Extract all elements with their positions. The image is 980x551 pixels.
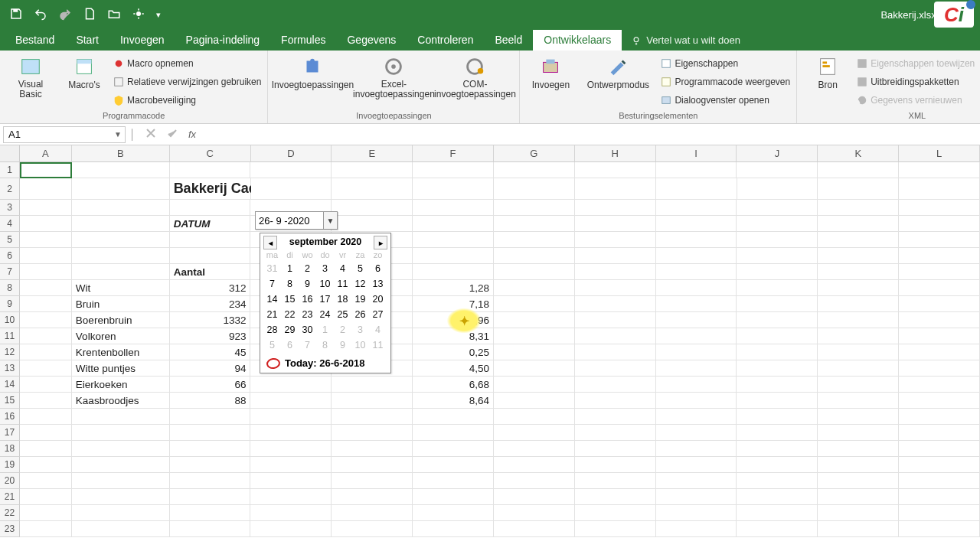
- cell[interactable]: [72, 521, 170, 537]
- cell[interactable]: [656, 409, 737, 425]
- cell[interactable]: [494, 521, 575, 537]
- cell[interactable]: [20, 393, 72, 409]
- cell[interactable]: [575, 441, 656, 457]
- row-header[interactable]: 13: [0, 360, 20, 377]
- cell[interactable]: [250, 377, 332, 393]
- calendar-day[interactable]: 29: [281, 322, 299, 337]
- tab-review[interactable]: Controleren: [407, 30, 484, 51]
- col-header-G[interactable]: G: [494, 145, 575, 162]
- col-header-H[interactable]: H: [575, 145, 656, 162]
- cell[interactable]: 45: [170, 344, 251, 360]
- addins-button[interactable]: Invoegtoepassingen: [274, 54, 351, 90]
- calendar-day[interactable]: 27: [369, 307, 387, 322]
- cell[interactable]: [250, 409, 332, 425]
- cell[interactable]: [250, 505, 332, 521]
- cell[interactable]: [332, 393, 413, 409]
- cell[interactable]: [899, 409, 980, 425]
- cell[interactable]: [899, 216, 980, 232]
- cell[interactable]: [899, 312, 980, 328]
- cell[interactable]: [656, 505, 737, 521]
- col-header-D[interactable]: D: [251, 145, 332, 162]
- column-headers[interactable]: ABCDEFGHIJKL: [20, 145, 980, 162]
- cell[interactable]: [575, 505, 656, 521]
- cell[interactable]: [332, 409, 413, 425]
- cell[interactable]: [494, 200, 575, 216]
- cell[interactable]: [656, 344, 737, 360]
- cell[interactable]: [818, 521, 899, 537]
- cell[interactable]: [737, 521, 818, 537]
- cell[interactable]: [332, 178, 413, 200]
- cell[interactable]: [656, 232, 737, 248]
- cell[interactable]: [170, 232, 251, 248]
- cell[interactable]: Aantal: [170, 264, 251, 280]
- cell[interactable]: [251, 178, 332, 200]
- cell[interactable]: [899, 521, 980, 537]
- calendar-day[interactable]: 25: [334, 307, 351, 322]
- select-all-corner[interactable]: [0, 145, 20, 162]
- relative-refs-button[interactable]: Relatieve verwijzingen gebruiken: [113, 73, 261, 90]
- cell[interactable]: Eierkoeken: [72, 377, 170, 393]
- cell[interactable]: [899, 344, 980, 360]
- row-header[interactable]: 10: [0, 312, 20, 328]
- cell[interactable]: [20, 328, 72, 344]
- col-header-B[interactable]: B: [72, 145, 170, 162]
- cell[interactable]: [20, 505, 72, 521]
- cell[interactable]: [656, 393, 737, 409]
- cell[interactable]: [818, 377, 899, 393]
- calendar-day[interactable]: 7: [263, 276, 281, 292]
- spreadsheet-grid[interactable]: ABCDEFGHIJKL 12Bakkerij Cadet Omzet34DAT…: [0, 145, 980, 537]
- cell[interactable]: [72, 162, 170, 178]
- calendar-day[interactable]: 4: [369, 322, 387, 337]
- cell[interactable]: [737, 280, 818, 296]
- cell[interactable]: 6,68: [413, 377, 494, 393]
- col-header-F[interactable]: F: [413, 145, 494, 162]
- cell[interactable]: [72, 248, 170, 264]
- cell[interactable]: [737, 312, 818, 328]
- cell[interactable]: [332, 425, 413, 441]
- cell[interactable]: [737, 505, 818, 521]
- calendar-day[interactable]: 1: [281, 261, 299, 276]
- cell[interactable]: 312: [170, 280, 251, 296]
- col-header-K[interactable]: K: [818, 145, 899, 162]
- calendar-day[interactable]: 14: [263, 292, 281, 307]
- cell[interactable]: [413, 425, 494, 441]
- cell[interactable]: [413, 473, 494, 489]
- insert-control-button[interactable]: Invoegen: [526, 54, 575, 90]
- calendar-day[interactable]: 3: [316, 261, 334, 276]
- qat-more-icon[interactable]: ▾: [156, 10, 161, 20]
- row-header[interactable]: 2: [0, 178, 20, 200]
- cell[interactable]: [737, 296, 818, 312]
- cell[interactable]: [20, 232, 72, 248]
- cell[interactable]: [72, 425, 170, 441]
- cell[interactable]: [413, 441, 494, 457]
- row-header[interactable]: 16: [0, 409, 20, 425]
- cell[interactable]: [494, 328, 575, 344]
- cell[interactable]: [818, 178, 899, 200]
- cell[interactable]: [575, 377, 656, 393]
- cell[interactable]: [332, 216, 413, 232]
- calendar-day[interactable]: 2: [299, 261, 316, 276]
- com-addins-button[interactable]: COM-invoegtoepassingen: [436, 54, 513, 99]
- cell[interactable]: [494, 505, 575, 521]
- calendar-day[interactable]: 8: [281, 276, 299, 292]
- macros-button[interactable]: Macro's: [60, 54, 109, 90]
- cell[interactable]: [737, 441, 818, 457]
- row-header[interactable]: 1: [0, 162, 20, 178]
- save-icon[interactable]: [9, 7, 23, 23]
- cell[interactable]: [899, 200, 980, 216]
- cell[interactable]: [170, 473, 251, 489]
- cell[interactable]: [494, 248, 575, 264]
- calendar-day[interactable]: 2: [334, 322, 351, 337]
- cell[interactable]: [20, 425, 72, 441]
- cell[interactable]: [818, 489, 899, 505]
- row-header[interactable]: 22: [0, 505, 20, 521]
- cell[interactable]: [170, 441, 251, 457]
- row-header[interactable]: 17: [0, 425, 20, 441]
- cell[interactable]: [737, 264, 818, 280]
- row-header[interactable]: 12: [0, 344, 20, 360]
- cell[interactable]: [575, 216, 656, 232]
- calendar-day[interactable]: 19: [351, 292, 369, 307]
- cell[interactable]: [899, 264, 980, 280]
- cell[interactable]: [72, 200, 170, 216]
- cell[interactable]: [575, 248, 656, 264]
